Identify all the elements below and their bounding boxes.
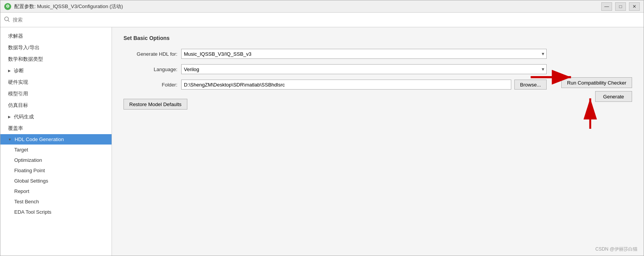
sidebar-item-data-import[interactable]: 数据导入/导出 <box>0 42 112 53</box>
generate-hdl-select-wrap: Music_IQSSB_V3/IQ_SSB_v3 ▼ <box>181 49 547 59</box>
generate-hdl-label: Generate HDL for: <box>123 51 177 57</box>
title-bar: ⚙ 配置参数: Music_IQSSB_V3/Configuration (活动… <box>0 0 644 13</box>
app-icon: ⚙ <box>4 3 11 10</box>
browse-button[interactable]: Browse... <box>514 80 547 90</box>
run-compatibility-button[interactable]: Run Compatibility Checker <box>561 77 632 88</box>
minimize-button[interactable]: — <box>601 2 612 11</box>
language-wrap: Verilog ▼ <box>181 64 547 74</box>
generate-hdl-wrap: Music_IQSSB_V3/IQ_SSB_v3 ▼ <box>181 49 547 59</box>
sidebar-item-hardware[interactable]: 硬件实现 <box>0 76 112 88</box>
sidebar-item-eda-tool-scripts[interactable]: EDA Tool Scripts <box>0 207 112 217</box>
search-icon <box>4 17 10 23</box>
watermark: CSDN @伊丽莎白猫 <box>595 246 637 253</box>
folder-wrap: Browse... <box>181 80 547 90</box>
buttons-area: Restore Model Defaults <box>123 99 632 110</box>
sidebar-item-solver[interactable]: 求解器 <box>0 30 112 42</box>
section-title: Set Basic Options <box>123 35 632 41</box>
main-window: ⚙ 配置参数: Music_IQSSB_V3/Configuration (活动… <box>0 0 644 256</box>
sidebar-item-sim-target[interactable]: 仿真目标 <box>0 100 112 111</box>
maximize-button[interactable]: □ <box>615 2 626 11</box>
close-button[interactable]: ✕ <box>629 2 640 11</box>
svg-point-0 <box>5 17 8 21</box>
sidebar-item-test-bench[interactable]: Test Bench <box>0 196 112 207</box>
sidebar-item-hdl-code-gen[interactable]: HDL Code Generation <box>0 134 112 145</box>
language-label: Language: <box>123 66 177 72</box>
language-select-wrap: Verilog ▼ <box>181 64 547 74</box>
search-input[interactable] <box>13 17 640 23</box>
search-bar <box>0 13 644 27</box>
generate-hdl-row: Generate HDL for: Music_IQSSB_V3/IQ_SSB_… <box>123 49 632 59</box>
content-panel: Set Basic Options Generate HDL for: Musi… <box>112 27 644 256</box>
window-title: 配置参数: Music_IQSSB_V3/Configuration (活动) <box>14 3 601 10</box>
svg-line-1 <box>8 20 10 22</box>
sidebar-item-code-gen[interactable]: 代码生成 <box>0 111 112 123</box>
sidebar-item-model-ref[interactable]: 模型引用 <box>0 88 112 100</box>
generate-button[interactable]: Generate <box>595 91 632 102</box>
window-controls: — □ ✕ <box>601 2 640 11</box>
folder-input[interactable] <box>181 80 511 90</box>
sidebar-item-report[interactable]: Report <box>0 186 112 196</box>
sidebar-item-floating-point[interactable]: Floating Point <box>0 165 112 176</box>
sidebar-item-coverage[interactable]: 覆盖率 <box>0 123 112 134</box>
sidebar-item-global-settings[interactable]: Global Settings <box>0 176 112 186</box>
restore-defaults-button[interactable]: Restore Model Defaults <box>123 99 187 110</box>
main-content: 求解器 数据导入/导出 数学和数据类型 诊断 硬件实现 模型引用 仿真目标 代码… <box>0 27 644 256</box>
annotation-overlay <box>112 27 644 256</box>
sidebar-item-optimization[interactable]: Optimization <box>0 155 112 165</box>
right-buttons-panel: Run Compatibility Checker Generate <box>561 77 632 102</box>
language-select[interactable]: Verilog <box>181 64 547 74</box>
sidebar: 求解器 数据导入/导出 数学和数据类型 诊断 硬件实现 模型引用 仿真目标 代码… <box>0 27 112 256</box>
sidebar-item-target[interactable]: Target <box>0 145 112 155</box>
generate-hdl-select[interactable]: Music_IQSSB_V3/IQ_SSB_v3 <box>181 49 547 59</box>
folder-row: Folder: Browse... <box>123 80 632 90</box>
sidebar-item-diagnostics[interactable]: 诊断 <box>0 65 112 76</box>
folder-label: Folder: <box>123 82 177 88</box>
sidebar-item-math-data[interactable]: 数学和数据类型 <box>0 53 112 65</box>
language-row: Language: Verilog ▼ <box>123 64 632 74</box>
